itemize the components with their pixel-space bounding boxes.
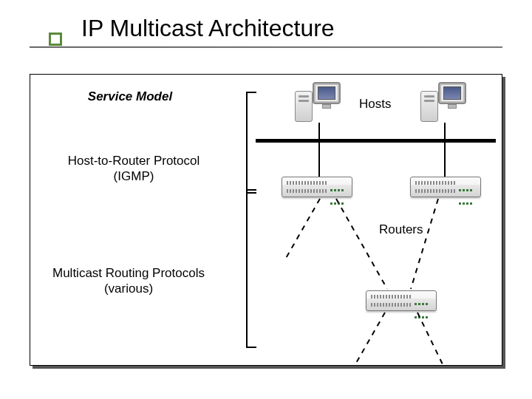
label-routers: Routers [379,222,423,237]
diagram-frame: Service Model Host-to-Router Protocol (I… [30,74,502,366]
svg-line-1 [336,199,387,289]
slide-title: IP Multicast Architecture [81,15,510,42]
label-service-model: Service Model [56,89,204,104]
bracket-lower [246,189,256,348]
svg-line-2 [411,199,438,289]
router-stem-1 [318,143,320,177]
router-icon [282,177,352,197]
label-igmp-line1: Host-to-Router Protocol [68,154,200,168]
svg-line-0 [285,199,320,259]
host-stem-1 [318,123,320,140]
title-underline [30,47,502,48]
label-mrp-line1: Multicast Routing Protocols [52,266,205,280]
title-bullet-icon [49,33,62,46]
svg-line-3 [355,313,385,364]
label-igmp-line2: (IGMP) [114,169,154,183]
router-icon [410,177,481,197]
label-mrp-line2: (various) [104,282,153,296]
label-hosts: Hosts [359,97,391,112]
network-bus-line [256,139,496,143]
host-stem-2 [444,123,446,140]
router-icon [366,290,437,311]
router-stem-2 [444,143,446,177]
label-igmp: Host-to-Router Protocol (IGMP) [49,153,219,185]
slide-header: IP Multicast Architecture [22,15,510,48]
label-multicast-routing: Multicast Routing Protocols (various) [36,265,221,297]
bracket-upper [246,92,256,194]
